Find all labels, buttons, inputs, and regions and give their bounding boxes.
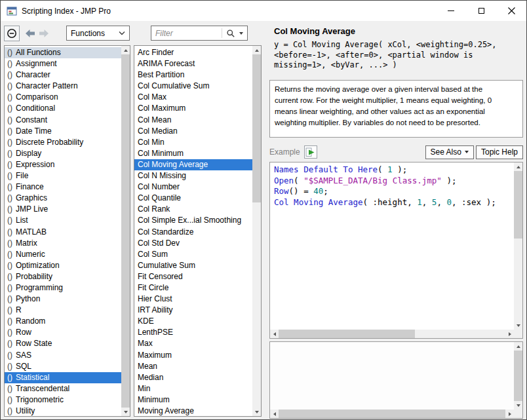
function-item[interactable]: Col Median: [134, 126, 252, 137]
category-item[interactable]: ()Transcendental: [5, 383, 121, 394]
category-item[interactable]: ()SAS: [5, 350, 121, 361]
function-item[interactable]: Maximum: [134, 350, 252, 361]
category-item[interactable]: ()Assignment: [5, 58, 121, 69]
category-item[interactable]: ()Constant: [5, 115, 121, 126]
filter-input[interactable]: [151, 26, 222, 40]
code-vertical-scrollbar[interactable]: [514, 162, 522, 330]
example-output-area[interactable]: [269, 341, 523, 419]
function-item[interactable]: Fit Censored: [134, 271, 252, 282]
scroll-down-button[interactable]: [121, 408, 130, 416]
category-item[interactable]: ()MATLAB: [5, 227, 121, 238]
function-item[interactable]: Col N Missing: [134, 170, 252, 181]
example-code-editor[interactable]: Names Default To Here( 1 );Open( "$SAMPL…: [269, 162, 523, 339]
function-item[interactable]: Arc Finder: [134, 47, 252, 58]
scrollbar-track[interactable]: [279, 410, 505, 418]
scrollbar-track[interactable]: [514, 171, 522, 321]
function-item[interactable]: LenthPSE: [134, 327, 252, 338]
scroll-down-button[interactable]: [514, 401, 522, 410]
category-item[interactable]: ()Row: [5, 327, 121, 338]
scroll-right-button[interactable]: [505, 330, 514, 338]
function-item[interactable]: Col Maximum: [134, 103, 252, 114]
category-selector-dropdown[interactable]: Functions: [66, 26, 130, 41]
function-item[interactable]: Max: [134, 338, 252, 349]
function-item[interactable]: Median: [134, 372, 252, 383]
scroll-left-button[interactable]: [270, 330, 279, 338]
back-button[interactable]: [23, 26, 37, 40]
scroll-right-button[interactable]: [505, 410, 514, 418]
category-item[interactable]: ()R: [5, 305, 121, 316]
function-item[interactable]: Moving Average: [134, 406, 252, 416]
search-icon[interactable]: [222, 29, 237, 38]
category-item[interactable]: ()Display: [5, 148, 121, 159]
category-item[interactable]: ()Character Pattern: [5, 81, 121, 92]
scrollbar-track[interactable]: [252, 54, 261, 408]
function-item[interactable]: Min: [134, 383, 252, 394]
output-vertical-scrollbar[interactable]: [514, 342, 522, 410]
category-item[interactable]: ()Finance: [5, 181, 121, 193]
category-item[interactable]: ()Date Time: [5, 126, 121, 137]
function-item[interactable]: IRT Ability: [134, 305, 252, 316]
function-item[interactable]: Col Rank: [134, 204, 252, 215]
category-item[interactable]: ()Comparison: [5, 92, 121, 103]
scrollbar-track[interactable]: [514, 351, 522, 401]
function-item[interactable]: Col Cumulative Sum: [134, 81, 252, 92]
function-item[interactable]: Col Sum: [134, 249, 252, 260]
category-item[interactable]: ()Programming: [5, 282, 121, 294]
scroll-up-button[interactable]: [121, 46, 130, 54]
function-item[interactable]: Hier Clust: [134, 294, 252, 305]
function-scrollbar[interactable]: [252, 46, 261, 416]
forward-button[interactable]: [37, 26, 50, 40]
scrollbar-thumb[interactable]: [279, 410, 505, 418]
category-item[interactable]: ()Matrix: [5, 238, 121, 249]
code-horizontal-scrollbar[interactable]: [270, 330, 514, 338]
scrollbar-thumb[interactable]: [121, 54, 130, 408]
topic-help-button[interactable]: Topic Help: [476, 145, 523, 159]
run-script-button[interactable]: [304, 145, 317, 159]
minimize-button[interactable]: [436, 1, 466, 21]
category-item[interactable]: ()List: [5, 215, 121, 226]
function-item[interactable]: Col Std Dev: [134, 238, 252, 249]
category-item[interactable]: ()Expression: [5, 159, 121, 170]
scrollbar-track[interactable]: [121, 54, 130, 408]
category-item[interactable]: ()Statistical: [5, 372, 121, 383]
category-item[interactable]: ()File: [5, 170, 121, 181]
close-button[interactable]: [496, 1, 526, 21]
function-item[interactable]: Col Quantile: [134, 193, 252, 204]
function-item[interactable]: Cumulative Sum: [134, 260, 252, 271]
category-item[interactable]: ()JMP Live: [5, 204, 121, 215]
category-item[interactable]: ()Probability: [5, 271, 121, 282]
see-also-button[interactable]: See Also: [425, 145, 474, 159]
function-item[interactable]: Col Simple Ex...ial Smoothing: [134, 215, 252, 226]
scrollbar-thumb[interactable]: [252, 54, 261, 202]
scroll-down-button[interactable]: [252, 408, 261, 416]
category-item[interactable]: ()All Functions: [5, 47, 121, 58]
function-item[interactable]: ARIMA Forecast: [134, 58, 252, 69]
filter-dropdown-icon[interactable]: [237, 32, 247, 35]
category-item[interactable]: ()Trigonometric: [5, 394, 121, 406]
category-scrollbar[interactable]: [121, 46, 130, 416]
category-item[interactable]: ()Discrete Probability: [5, 137, 121, 148]
function-item[interactable]: Col Moving Average: [134, 159, 252, 170]
scroll-up-button[interactable]: [252, 46, 261, 54]
function-item[interactable]: Col Min: [134, 137, 252, 148]
function-item[interactable]: Col Minimum: [134, 148, 252, 159]
function-item[interactable]: Col Mean: [134, 115, 252, 126]
scrollbar-thumb[interactable]: [279, 330, 415, 338]
function-item[interactable]: Minimum: [134, 394, 252, 406]
category-item[interactable]: ()Numeric: [5, 249, 121, 260]
scrollbar-track[interactable]: [279, 330, 505, 338]
output-horizontal-scrollbar[interactable]: [270, 410, 514, 418]
category-item[interactable]: ()Character: [5, 69, 121, 81]
category-item[interactable]: ()Random: [5, 316, 121, 327]
scroll-up-button[interactable]: [514, 342, 522, 351]
category-item[interactable]: ()Utility: [5, 406, 121, 416]
collapse-button[interactable]: [4, 26, 20, 41]
function-item[interactable]: Fit Circle: [134, 282, 252, 294]
scroll-up-button[interactable]: [514, 162, 522, 171]
maximize-button[interactable]: [466, 1, 496, 21]
category-item[interactable]: ()SQL: [5, 361, 121, 372]
category-item[interactable]: ()Row State: [5, 338, 121, 349]
function-item[interactable]: Mean: [134, 361, 252, 372]
category-item[interactable]: ()Optimization: [5, 260, 121, 271]
scroll-left-button[interactable]: [270, 410, 279, 418]
